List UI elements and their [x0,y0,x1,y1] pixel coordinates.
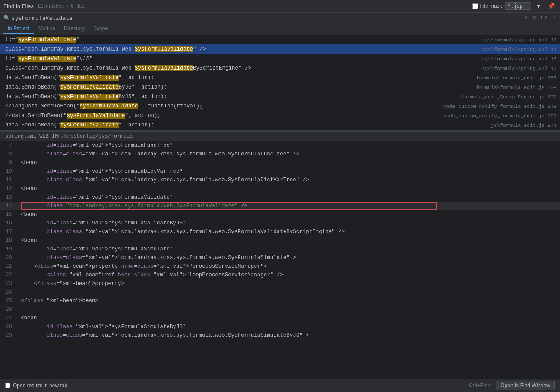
line-number: 12 [0,186,17,192]
line-number: 22 [0,272,17,278]
line-number: 9 [0,160,17,166]
code-line: 22 <class="xml-bean">ref bean=class="xml… [0,271,560,279]
bottom-bar-left: Open results in new tab [5,383,67,389]
file-mask-input[interactable] [505,2,531,10]
result-file-info: sys\formula\spring.xml 17 [482,66,557,71]
line-number: 23 [0,281,17,287]
tab-scope[interactable]: Scope [89,24,112,34]
code-line: 16 id=class="xml-val">"sysFormulaValidat… [0,219,560,228]
shortcut-label: Ctrl+Enter [469,383,492,389]
code-line: 27<bean [0,314,560,322]
line-content: id=class="xml-val">"sysFormulaSimulate" [17,246,560,252]
filter-icon[interactable]: ▼ [534,2,543,10]
tab-in-project[interactable]: In Project [3,24,34,34]
code-line: 8 class=class="xml-val">"com.landray.kms… [0,150,560,158]
result-row[interactable]: id=“sysFormulaValidate”sys\formula\sprin… [0,35,560,44]
code-line: 29 class=class="xml-val">"com.landray.km… [0,331,560,340]
line-content: class=class="xml-val">"com.landray.kmss.… [17,177,560,183]
search-bar: 🔍 ✕ ↻ Cc .* [0,13,560,23]
tab-directory[interactable]: Directory [60,24,89,34]
result-row[interactable]: class="com.landray.kmss.sys.formula.web.… [0,44,560,54]
code-viewer[interactable]: 7 id=class="xml-val">"sysFormulaFuncTree… [0,141,560,379]
scope-tabs: In Project Module Directory Scope [0,23,560,35]
line-content: id=class="xml-val">"sysFormulaDictVarTre… [17,168,560,174]
result-row[interactable]: data.SendToBean("sysFormulaValidate", ac… [0,73,560,82]
result-row[interactable]: data.SendToBean("sysFormulaValidate", ac… [0,120,560,130]
line-content: id=class="xml-val">"sysFormulaValidate" [17,194,560,200]
line-content: class=class="xml-val">"com.landray.kmss.… [17,255,560,261]
line-number: 21 [0,263,17,269]
line-content: </class="xml-bean">property> [17,281,560,287]
line-content: class=class="xml-val">"com.landray.kmss.… [17,332,560,338]
result-row[interactable]: //langData.SendToBean("sysFormulaValidat… [0,101,560,111]
line-content: class=class="xml-val">"com.landray.kmss.… [17,229,560,235]
refresh-button[interactable]: ↻ [531,14,538,21]
code-line: 9<bean [0,158,560,167]
result-file-info: node_custom_notify_formula_edit.js 283 [443,113,557,119]
search-input[interactable] [12,15,521,21]
file-mask-checkbox[interactable] [472,3,478,9]
line-number: 25 [0,298,17,304]
result-file-info: js\formula_edit.js 874 [491,123,557,128]
open-in-new-tab-checkbox[interactable] [5,383,10,388]
line-number: 15 [0,212,17,218]
match-count: 12 matches in 6 files [37,3,84,9]
line-content: class=class="xml-val">"com.landray.kmss.… [17,151,560,157]
result-row[interactable]: class="com.landray.kmss.sys.formula.web.… [0,63,560,73]
pin-icon[interactable]: 📌 [546,2,557,10]
line-content: <bean [17,186,560,192]
line-number: 7 [0,142,17,149]
line-number: 24 [0,289,17,295]
result-row[interactable]: //data.SendToBean("sysFormulaValidate", … [0,111,560,120]
line-number: 11 [0,177,17,183]
code-line: 15<bean [0,210,560,219]
line-content: <bean [17,160,560,166]
line-content: <bean [17,237,560,243]
result-file-info: formula\formula_edit.js 655 [476,75,557,81]
results-list: id=“sysFormulaValidate”sys\formula\sprin… [0,35,560,130]
search-actions: ✕ ↻ Cc .* [522,14,557,21]
code-line: 7 id=class="xml-val">"sysFormulaFuncTree… [0,141,560,150]
code-line: 21 <class="xml-bean">property name=class… [0,262,560,271]
result-file-info: sys\formula\spring.xml 16 [482,56,557,62]
line-number: 18 [0,237,17,243]
line-content: id=class="xml-val">"sysFormulaValidateBy… [17,220,560,226]
regex-button[interactable]: .* [551,14,557,21]
code-line: 17 class=class="xml-val">"com.landray.km… [0,228,560,236]
line-content: id=class="xml-val">"sysFormulaSimulateBy… [17,324,560,330]
line-number: 17 [0,229,17,235]
top-bar-right: File mask: ▼ 📌 [472,2,557,10]
bottom-bar-right: Ctrl+Enter Open in Find Window [469,381,555,390]
code-line: 23 </class="xml-bean">property> [0,279,560,288]
line-number: 28 [0,324,17,330]
result-file-info: node_custom_notify_formula_edit.js 248 [443,104,557,109]
tab-module[interactable]: Module [34,24,60,34]
code-line: 25</class="xml-bean">bean> [0,297,560,305]
line-content: <class="xml-bean">property name=class="x… [17,263,560,269]
open-in-new-tab-label: Open results in new tab [13,383,67,389]
line-number: 10 [0,168,17,174]
case-sensitive-button[interactable]: Cc [540,14,549,21]
code-line: 13 id=class="xml-val">"sysFormulaValidat… [0,193,560,202]
line-number: 27 [0,315,17,321]
result-row[interactable]: data.SendToBean("sysFormulaValidateByJS"… [0,92,560,101]
result-row[interactable]: id="sysFormulaValidateByJS"sys\formula\s… [0,54,560,63]
result-file-info: formula\formula_edit.js 708 [476,85,557,90]
find-in-files-title: Find in Files [3,3,34,9]
search-icon: 🔍 [3,15,10,21]
code-line: 12<bean [0,184,560,193]
open-find-window-button[interactable]: Open in Find Window [496,381,555,390]
result-file-info: sys\formula\spring.xml 13 [482,37,557,43]
line-content: <bean [17,315,560,321]
file-path-file: spring.xml WEB-INF/KmssConfig/sys/formul… [5,133,133,139]
result-row[interactable]: data.SendToBean("sysFormulaValidateByJS"… [0,82,560,92]
line-content: <bean [17,212,560,218]
code-line: 26 [0,305,560,314]
line-number: 26 [0,307,17,313]
result-file-info: sys\formula\spring.xml 14 [482,47,557,52]
top-bar: Find in Files 12 matches in 6 files File… [0,0,560,13]
code-line: 10 id=class="xml-val">"sysFormulaDictVar… [0,167,560,176]
line-content: id=class="xml-val">"sysFormulaFuncTree" [17,142,560,149]
file-path-bar: spring.xml WEB-INF/KmssConfig/sys/formul… [0,132,560,141]
clear-search-button[interactable]: ✕ [522,14,529,21]
